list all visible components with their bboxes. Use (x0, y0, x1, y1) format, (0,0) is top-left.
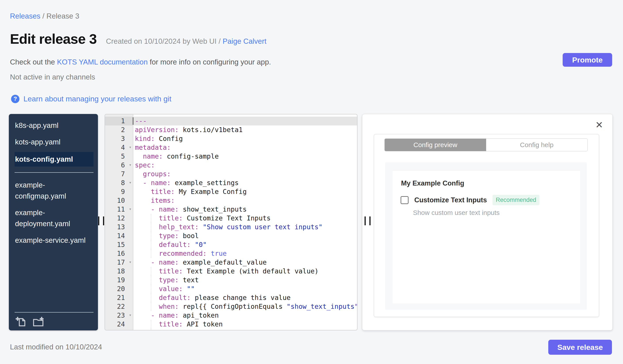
line-number: 25 (105, 329, 133, 330)
sidebar-resize-handle-right-bar[interactable] (103, 217, 104, 225)
editor-code-area[interactable]: ---apiVersion: kots.io/v1beta1kind: Conf… (135, 114, 357, 330)
code-line[interactable]: - name: api_token (135, 311, 357, 320)
code-token: example_default_value (179, 258, 267, 266)
doc-info-after: for more info on configuring your app. (148, 58, 271, 66)
promote-button[interactable]: Promote (563, 53, 612, 67)
code-line[interactable]: default: please change this value (135, 293, 357, 302)
indent-guide (151, 284, 151, 293)
code-line[interactable]: - name: show_text_inputs (135, 205, 357, 214)
preview-resize-handle-right-bar[interactable] (369, 217, 371, 225)
code-token: items: (151, 197, 175, 204)
code-line[interactable]: default: "0" (135, 240, 357, 249)
code-token: default: (159, 241, 191, 248)
code-line[interactable]: title: API token (135, 320, 357, 329)
fold-arrow-icon[interactable]: ▾ (129, 311, 132, 319)
fold-arrow-icon[interactable]: ▾ (129, 258, 132, 266)
code-token: API token (183, 320, 223, 328)
add-folder-icon[interactable] (33, 316, 44, 327)
code-line[interactable]: type: password (135, 329, 357, 330)
code-line[interactable]: title: Customize Text Inputs (135, 214, 357, 223)
git-help-row[interactable]: ? Learn about managing your releases wit… (11, 95, 171, 103)
git-releases-link[interactable]: Learn about managing your releases with … (23, 95, 171, 103)
code-token (135, 241, 159, 248)
code-line[interactable]: type: bool (135, 231, 357, 240)
code-token: title: (159, 214, 183, 222)
code-token: when: (159, 303, 179, 310)
file-item-kots-config-yaml[interactable]: kots-config.yaml (15, 152, 93, 166)
code-line[interactable]: groups: (135, 170, 357, 179)
config-option-row: Customize Text Inputs Recommended (400, 195, 539, 205)
line-number: 4▾ (105, 143, 133, 152)
breadcrumb-current: Release 3 (46, 12, 79, 20)
preview-tabs: Config preview Config help (384, 139, 588, 151)
code-line[interactable]: spec: (135, 161, 357, 170)
code-line[interactable]: name: config-sample (135, 152, 357, 161)
tab-config-preview[interactable]: Config preview (385, 139, 486, 151)
question-icon[interactable]: ? (11, 95, 20, 103)
file-item-kots-app-yaml[interactable]: kots-app.yaml (15, 137, 93, 147)
code-token (135, 329, 159, 330)
code-line[interactable]: value: "" (135, 284, 357, 293)
fold-arrow-icon[interactable]: ▾ (129, 160, 132, 169)
line-number: 13 (105, 223, 133, 231)
option-checkbox[interactable] (400, 196, 409, 204)
doc-info-before: Check out the (10, 58, 57, 66)
code-token: Text Example (with default value) (183, 267, 319, 275)
line-number: 10 (105, 196, 133, 205)
code-token: "0" (191, 241, 207, 248)
code-line[interactable]: - name: example_default_value (135, 258, 357, 267)
sidebar-resize-handle-left-bar[interactable] (98, 217, 99, 225)
sidebar-bottom-divider (15, 312, 93, 313)
code-line[interactable]: help_text: "Show custom user text inputs… (135, 223, 357, 231)
breadcrumb-releases-link[interactable]: Releases (10, 12, 41, 20)
code-token: config-sample (163, 152, 219, 160)
code-line[interactable]: kind: Config (135, 134, 357, 143)
code-token: title: (151, 188, 175, 196)
code-token (199, 223, 203, 231)
code-token (135, 276, 159, 284)
file-item-example-configmap-yaml[interactable]: example-configmap.yaml (15, 180, 93, 202)
code-line[interactable]: title: Text Example (with default value) (135, 267, 357, 276)
file-item-example-service-yaml[interactable]: example-service.yaml (15, 235, 93, 246)
code-token: example_settings (171, 179, 239, 187)
config-preview-modal: Config preview Config help My Example Co… (374, 134, 599, 317)
author-link[interactable]: Paige Calvert (223, 37, 267, 45)
code-line[interactable]: apiVersion: kots.io/v1beta1 (135, 125, 357, 134)
code-line[interactable]: metadata: (135, 143, 357, 152)
kots-yaml-doc-link[interactable]: KOTS YAML documentation (57, 58, 148, 66)
title-row: Edit release 3 Created on 10/10/2024 by … (10, 31, 267, 47)
tab-config-help[interactable]: Config help (486, 139, 588, 151)
line-number: 18 (105, 267, 133, 276)
line-number: 20 (105, 284, 133, 293)
code-token (135, 170, 143, 178)
save-release-button[interactable]: Save release (548, 340, 612, 355)
code-line[interactable]: title: My Example Config (135, 187, 357, 196)
close-icon[interactable]: ✕ (595, 120, 603, 130)
code-line[interactable]: - name: example_settings (135, 179, 357, 187)
file-item-k8s-app-yaml[interactable]: k8s-app.yaml (15, 120, 93, 131)
fold-arrow-icon[interactable]: ▾ (129, 143, 132, 152)
indent-guide (151, 329, 151, 330)
code-token: please change this value (191, 294, 291, 302)
code-token: metadata: (135, 143, 171, 151)
file-item-example-deployment-yaml[interactable]: example-deployment.yaml (15, 207, 93, 229)
editor-gutter: 1234▾56▾78▾91011▾121314151617▾1819202122… (105, 114, 133, 330)
code-token: kind: (135, 135, 155, 142)
code-token: text (179, 276, 199, 284)
indent-guide (151, 231, 151, 240)
line-number: 14 (105, 231, 133, 240)
code-token: groups: (143, 170, 171, 178)
preview-resize-handle-left-bar[interactable] (365, 217, 366, 225)
add-file-icon[interactable] (16, 316, 26, 327)
code-line[interactable]: type: text (135, 276, 357, 284)
code-token: - name: (135, 179, 171, 187)
code-line[interactable]: recommended: true (135, 249, 357, 258)
code-line[interactable]: when: repl{{ ConfigOptionEquals "show_te… (135, 302, 357, 311)
config-preview-panel: ✕ Config preview Config help My Example … (362, 114, 613, 330)
code-line[interactable]: --- (134, 117, 357, 125)
fold-arrow-icon[interactable]: ▾ (129, 204, 132, 213)
yaml-code-editor[interactable]: 1234▾56▾78▾91011▾121314151617▾1819202122… (105, 114, 357, 330)
fold-arrow-icon[interactable]: ▾ (129, 178, 132, 187)
breadcrumb-separator: / (41, 12, 47, 20)
code-line[interactable]: items: (135, 196, 357, 205)
